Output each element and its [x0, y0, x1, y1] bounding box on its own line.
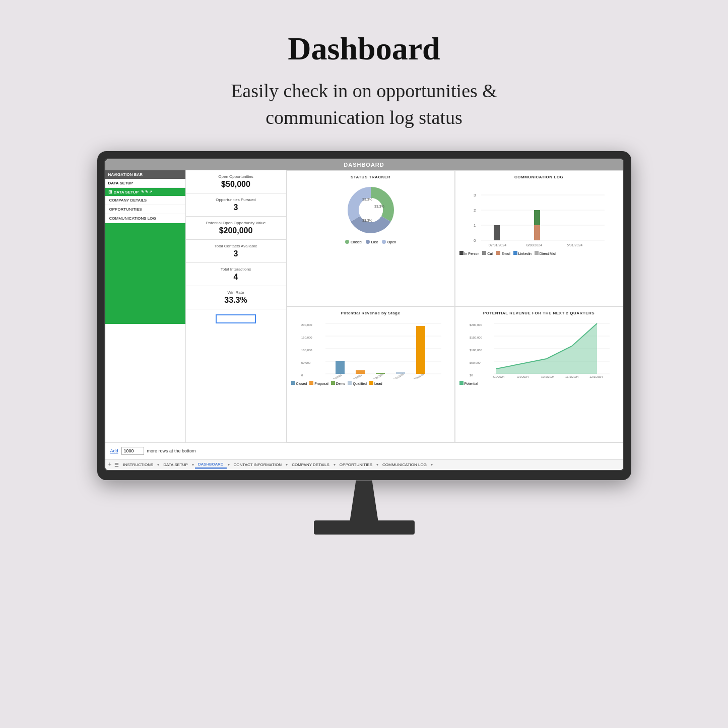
legend-closed-label: Closed	[351, 240, 362, 244]
sidebar-item-opportunities[interactable]: OPPORTUNITIES	[105, 205, 185, 214]
svg-rect-35	[416, 326, 425, 374]
stat-open-opp-label: Open Opportunities	[191, 174, 281, 179]
tab-sep-2: ▾	[228, 462, 230, 467]
svg-text:200,000: 200,000	[301, 323, 312, 326]
tab-dashboard[interactable]: DASHBOARD	[195, 461, 227, 469]
dashboard-bottom-bar: Add more rows at the bottom	[105, 442, 623, 459]
legend-dot-closed	[345, 240, 349, 244]
legend-dot-open	[382, 240, 386, 244]
stat-open-opportunities: Open Opportunities $50,000	[186, 170, 286, 193]
monitor-bezel-bottom	[104, 471, 624, 480]
svg-text:$150,000: $150,000	[470, 336, 483, 339]
svg-text:12/1/2024: 12/1/2024	[589, 375, 603, 378]
legend-call: Call	[482, 251, 493, 255]
svg-text:9/31/2024: 9/31/2024	[351, 373, 362, 379]
dashboard-header: DASHBOARD	[105, 159, 623, 170]
monitor: DASHBOARD NAVIGATION BAR DATA SETUP ⊞ DA…	[97, 151, 631, 480]
legend-bar-lead: Lead	[369, 381, 382, 385]
stat-win-rate-label: Win Rate	[191, 290, 281, 295]
sidebar-item-communications-log[interactable]: COMMUNICATIONS LOG	[105, 214, 185, 223]
legend-open: Open	[382, 240, 396, 244]
tab-instructions[interactable]: INSTRUCTIONS	[120, 461, 156, 468]
svg-text:$50,000: $50,000	[470, 361, 481, 364]
tab-data-setup[interactable]: DATA SETUP	[160, 461, 191, 468]
sidebar-green-area	[105, 223, 185, 324]
spreadsheet-tabs: + ☰ INSTRUCTIONS ▾ DATA SETUP ▾ DASHBOAR…	[105, 459, 623, 470]
line-legend: Potential	[459, 381, 619, 385]
tab-sep-6: ▾	[431, 462, 433, 467]
pot-rev-stage-title: Potential Revenue by Stage	[291, 311, 450, 315]
stat-total-contacts-value: 3	[191, 249, 281, 258]
svg-text:10/1/2024: 10/1/2024	[541, 375, 555, 378]
svg-text:8/1/2024: 8/1/2024	[493, 375, 505, 378]
dashboard-body: NAVIGATION BAR DATA SETUP ⊞ DATA SETUP ✎…	[105, 170, 623, 442]
chart-status-tracker: STATUS TRACKER	[287, 170, 455, 306]
svg-text:33.3%: 33.3%	[374, 205, 384, 208]
pot-rev-q-svg: $0 $50,000 $100,000 $150,000 $200,000	[459, 318, 619, 379]
legend-bar-demo: Demo	[331, 381, 346, 385]
svg-text:100,000: 100,000	[301, 349, 312, 352]
selection-box	[216, 314, 256, 323]
svg-text:7/31/2024: 7/31/2024	[331, 373, 342, 379]
legend-bar-qualified: Qualified	[348, 381, 367, 385]
sidebar-data-setup-label[interactable]: DATA SETUP	[105, 179, 185, 188]
stat-opp-pursued-label: Opportunities Pursued	[191, 197, 281, 202]
tab-menu-icon[interactable]: ☰	[114, 462, 119, 468]
legend-email: Email	[496, 251, 510, 255]
stat-win-rate-value: 33.3%	[191, 296, 281, 305]
page-subtitle: Easily check in on opportunities & commu…	[231, 78, 497, 131]
stat-total-interactions-value: 4	[191, 273, 281, 282]
donut-legend: Closed Lost Open	[345, 240, 396, 244]
tab-contact-info[interactable]: CONTACT INFORMATION	[231, 461, 285, 468]
rows-input[interactable]	[121, 447, 144, 455]
legend-in-person: In Person	[459, 251, 480, 255]
svg-text:9/1/2024: 9/1/2024	[517, 375, 529, 378]
svg-rect-17	[534, 210, 540, 225]
stat-pot-open-label: Potential Open Opportunity Value	[191, 221, 281, 225]
sidebar-item-company-details[interactable]: COMPANY DETAILS	[105, 196, 185, 205]
monitor-stand-base	[314, 520, 415, 535]
monitor-screen: DASHBOARD NAVIGATION BAR DATA SETUP ⊞ DA…	[104, 158, 624, 471]
stat-open-opp-value: $50,000	[191, 180, 281, 189]
svg-text:2: 2	[474, 208, 476, 213]
chart-communication-log: COMMUNICATION LOG 0 1 2 3	[455, 170, 623, 306]
comm-log-title: COMMUNICATION LOG	[459, 175, 619, 179]
pot-rev-svg: 0 50,000 100,000 150,000 200,000	[291, 318, 450, 379]
page-title: Dashboard	[288, 30, 440, 68]
svg-rect-15	[494, 225, 500, 240]
stat-total-contacts-label: Total Contacts Available	[191, 244, 281, 248]
pot-rev-legend: Closed Proposal Demo Qualified Lead	[291, 381, 450, 385]
add-rows-link[interactable]: Add	[110, 448, 118, 453]
svg-text:$100,000: $100,000	[470, 349, 483, 352]
grid-icon: ⊞	[108, 189, 112, 194]
svg-text:8/30/2024: 8/30/2024	[526, 243, 542, 247]
tab-sep-3: ▾	[286, 462, 288, 467]
svg-text:07/31/2024: 07/31/2024	[489, 243, 506, 247]
tab-company-details[interactable]: COMPANY DETAILS	[289, 461, 333, 468]
svg-text:3: 3	[474, 193, 476, 197]
dashboard-main-row: Open Opportunities $50,000 Opportunities…	[186, 170, 623, 442]
chart-potential-revenue-stage: Potential Revenue by Stage 0 50,000 100,…	[287, 306, 455, 442]
status-tracker-title: STATUS TRACKER	[291, 175, 450, 179]
stat-opp-pursued-value: 3	[191, 203, 281, 212]
tab-communication-log[interactable]: COMMUNICATION LOG	[379, 461, 430, 468]
charts-grid: STATUS TRACKER	[287, 170, 623, 442]
sidebar-nav-header: NAVIGATION BAR	[105, 170, 185, 179]
svg-text:50,000: 50,000	[301, 361, 311, 364]
sidebar-active-item[interactable]: ⊞ DATA SETUP ✎ ✎ ↗	[105, 188, 185, 196]
svg-text:33.3%: 33.3%	[362, 197, 372, 201]
legend-bar-proposal: Proposal	[309, 381, 328, 385]
tab-add-icon[interactable]: +	[108, 461, 112, 469]
pot-rev-q-title: POTENTIAL REVENUE FOR THE NEXT 2 QUARTER…	[459, 311, 619, 315]
legend-lost-label: Lost	[371, 240, 378, 244]
stat-win-rate: Win Rate 33.3%	[186, 286, 286, 309]
donut-chart-svg: 33.3% 33.3% 33.3%	[343, 182, 399, 238]
chart-potential-revenue-quarters: POTENTIAL REVENUE FOR THE NEXT 2 QUARTER…	[455, 306, 623, 442]
tab-opportunities[interactable]: OPPORTUNITIES	[337, 461, 375, 468]
comm-log-legend: In Person Call Email Linkedin Direct Mai…	[459, 251, 619, 255]
tab-sep-5: ▾	[376, 462, 378, 467]
legend-closed: Closed	[345, 240, 362, 244]
svg-text:5/31/2024: 5/31/2024	[567, 243, 582, 247]
comm-log-svg: 0 1 2 3	[459, 182, 619, 248]
svg-text:0: 0	[301, 374, 303, 377]
